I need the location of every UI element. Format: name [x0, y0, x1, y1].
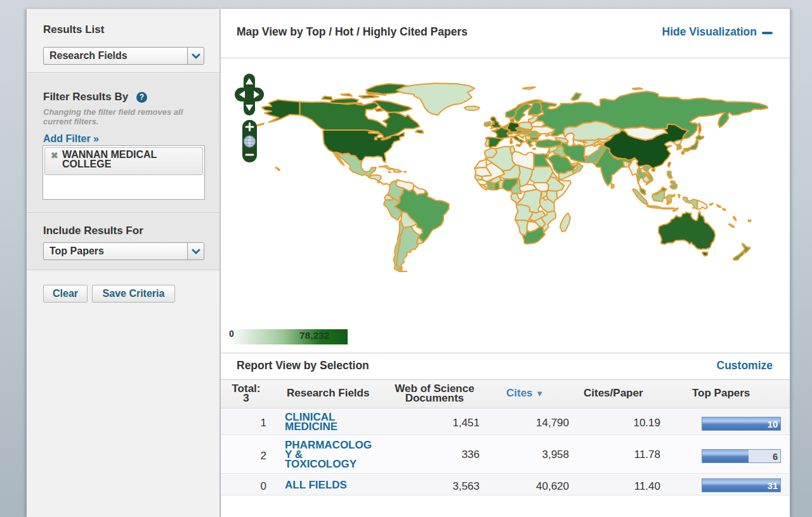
svg-text:0: 0: [229, 329, 234, 339]
svg-text:78,232: 78,232: [299, 330, 329, 341]
